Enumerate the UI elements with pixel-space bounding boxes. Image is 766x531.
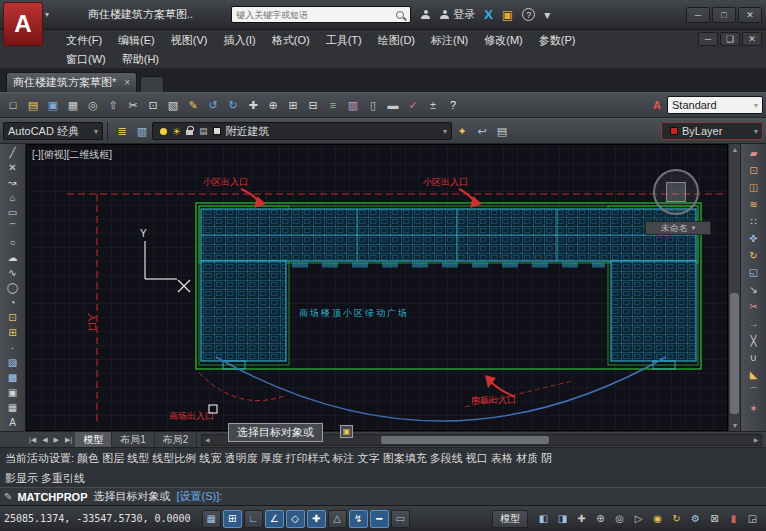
toolbar-lock-icon[interactable]: ⊠ xyxy=(706,510,723,527)
new-tab-stub[interactable] xyxy=(140,76,164,92)
menu-item[interactable]: 帮助(H) xyxy=(114,50,167,69)
autodesk-360-icon[interactable]: ▣ xyxy=(502,8,513,22)
ellipse-arc-icon[interactable]: ◔ xyxy=(3,295,23,310)
quick-view-layouts-icon[interactable]: ◧ xyxy=(535,510,552,527)
zoom-statusbar-icon[interactable]: ⊕ xyxy=(592,510,609,527)
array-icon[interactable]: ∷ xyxy=(744,213,764,230)
ducs-toggle[interactable]: △ xyxy=(328,510,347,528)
mtext-icon[interactable]: A xyxy=(3,415,23,430)
cut-icon[interactable]: ✂ xyxy=(123,95,143,115)
command-option-settings[interactable]: [设置(S)]: xyxy=(176,489,222,504)
maximize-button[interactable]: □ xyxy=(712,7,736,23)
command-line[interactable]: ✎ MATCHPROP 选择目标对象或 [设置(S)]: xyxy=(0,487,766,505)
layer-combo[interactable]: ☀ ▤ 附近建筑 ▾ xyxy=(152,122,452,140)
style-combo[interactable]: Standard ▾ xyxy=(667,96,763,114)
point-icon[interactable]: ∙ xyxy=(3,340,23,355)
join-icon[interactable]: ∪ xyxy=(744,349,764,366)
tab-next-button[interactable]: ▶ xyxy=(51,436,62,444)
move-icon[interactable]: ✜ xyxy=(744,230,764,247)
viewcube-ucs-menu[interactable]: 未命名 ▾ xyxy=(645,221,711,235)
erase-icon[interactable]: ▰ xyxy=(744,145,764,162)
viewcube-face[interactable] xyxy=(666,182,686,202)
chamfer-icon[interactable]: ◣ xyxy=(744,366,764,383)
minimize-button[interactable]: ─ xyxy=(686,7,710,23)
dyn-toggle[interactable]: ↯ xyxy=(349,510,368,528)
tab-last-button[interactable]: ▶| xyxy=(62,436,75,444)
copy-object-icon[interactable]: ⊡ xyxy=(744,162,764,179)
doc-minimize-button[interactable]: ─ xyxy=(698,32,718,46)
fillet-icon[interactable]: ⌒ xyxy=(744,383,764,400)
offset-icon[interactable]: ≋ xyxy=(744,196,764,213)
polygon-icon[interactable]: ⌂ xyxy=(3,190,23,205)
snap-toggle[interactable]: ▦ xyxy=(202,510,221,528)
pan-icon[interactable]: ✚ xyxy=(243,95,263,115)
ortho-toggle[interactable]: ∟ xyxy=(244,510,263,528)
horizontal-scrollbar-thumb[interactable] xyxy=(381,436,549,444)
quick-view-drawings-icon[interactable]: ◨ xyxy=(554,510,571,527)
close-button[interactable]: ✕ xyxy=(738,7,762,23)
clean-screen-icon[interactable]: ◲ xyxy=(744,510,761,527)
menu-item[interactable]: 工具(T) xyxy=(318,31,370,50)
layer-freeze-icon[interactable]: ☀ xyxy=(172,126,181,137)
scroll-right-icon[interactable]: ▶ xyxy=(751,435,761,445)
otrack-toggle[interactable]: ✚ xyxy=(307,510,326,528)
layer-states-icon[interactable]: ▤ xyxy=(492,121,512,141)
layout-tab[interactable]: 模型 xyxy=(75,432,112,448)
construction-line-icon[interactable]: ✕ xyxy=(3,160,23,175)
ellipse-icon[interactable]: ◯ xyxy=(3,280,23,295)
menu-item[interactable]: 文件(F) xyxy=(58,31,110,50)
menu-item[interactable]: 参数(P) xyxy=(531,31,584,50)
osnap-toggle[interactable]: ◇ xyxy=(286,510,305,528)
make-object-layer-current-icon[interactable]: ✦ xyxy=(452,121,472,141)
layer-filter-icon[interactable]: ▥ xyxy=(132,121,152,141)
layer-properties-icon[interactable]: ≣ xyxy=(112,121,132,141)
hatch-icon[interactable]: ▨ xyxy=(3,355,23,370)
help-icon[interactable]: ? xyxy=(443,95,463,115)
steering-wheel-icon[interactable]: ◎ xyxy=(611,510,628,527)
grid-toggle[interactable]: ⊞ xyxy=(223,510,242,528)
viewcube[interactable] xyxy=(653,169,699,215)
revision-cloud-icon[interactable]: ☁ xyxy=(3,250,23,265)
toolpalettes-icon[interactable]: ▯ xyxy=(363,95,383,115)
viewport-controls[interactable]: [-][俯视][二维线框] xyxy=(32,148,112,162)
menu-item[interactable]: 格式(O) xyxy=(264,31,318,50)
line-icon[interactable]: ╱ xyxy=(3,145,23,160)
scale-icon[interactable]: ◱ xyxy=(744,264,764,281)
markup-icon[interactable]: ✓ xyxy=(403,95,423,115)
gradient-icon[interactable]: ▩ xyxy=(3,370,23,385)
coordinates-display[interactable]: 25085.1374, -33547.5730, 0.0000 xyxy=(4,513,191,524)
paste-icon[interactable]: ▧ xyxy=(163,95,183,115)
menu-item[interactable]: 修改(M) xyxy=(476,31,531,50)
app-menu-arrow-icon[interactable]: ▾ xyxy=(45,10,49,19)
annotation-visibility-icon[interactable]: ◉ xyxy=(649,510,666,527)
open-icon[interactable]: ▤ xyxy=(23,95,43,115)
color-combo[interactable]: ByLayer ▾ xyxy=(661,122,763,140)
layer-previous-icon[interactable]: ↩ xyxy=(472,121,492,141)
pan-statusbar-icon[interactable]: ✚ xyxy=(573,510,590,527)
circle-icon[interactable]: ○ xyxy=(3,235,23,250)
exchange-apps-icon[interactable]: X xyxy=(484,7,493,22)
matchprop-icon[interactable]: ✎ xyxy=(183,95,203,115)
plot-preview-icon[interactable]: ◎ xyxy=(83,95,103,115)
doc-restore-button[interactable]: ❏ xyxy=(720,32,740,46)
layer-on-icon[interactable] xyxy=(160,128,167,135)
performance-icon[interactable]: ▮ xyxy=(725,510,742,527)
properties-icon[interactable]: ≡ xyxy=(323,95,343,115)
help-dropdown-icon[interactable]: ▾ xyxy=(544,8,550,22)
quickcalc-icon[interactable]: ± xyxy=(423,95,443,115)
workspace-switch-icon[interactable]: ⚙ xyxy=(687,510,704,527)
drawing-canvas[interactable]: 小区出入口 小区出入口 商场楼顶小区绿动广场 南板出入口 商场出入口 入口 Y xyxy=(27,145,728,431)
copy-icon[interactable]: ⊡ xyxy=(143,95,163,115)
menu-item[interactable]: 编辑(E) xyxy=(110,31,163,50)
tab-first-button[interactable]: |◀ xyxy=(26,436,39,444)
polyline-icon[interactable]: ↝ xyxy=(3,175,23,190)
mirror-icon[interactable]: ◫ xyxy=(744,179,764,196)
arc-icon[interactable]: ⌒ xyxy=(3,220,23,235)
layer-lock-icon[interactable] xyxy=(186,130,193,135)
redo-icon[interactable]: ↻ xyxy=(223,95,243,115)
vertical-scrollbar[interactable]: ▲ ▼ xyxy=(728,144,740,431)
scroll-up-icon[interactable]: ▲ xyxy=(729,144,741,155)
menu-item[interactable]: 视图(V) xyxy=(163,31,216,50)
zoom-window-icon[interactable]: ⊞ xyxy=(283,95,303,115)
scroll-left-icon[interactable]: ◀ xyxy=(202,435,212,445)
